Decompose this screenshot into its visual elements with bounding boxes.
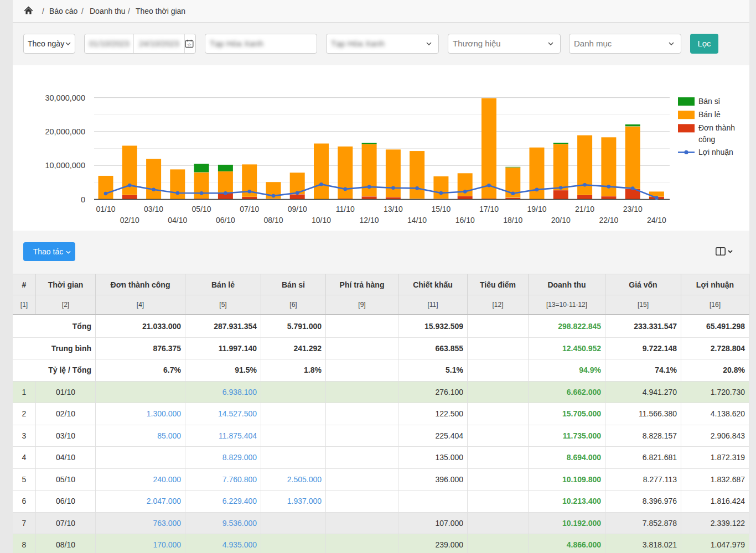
svg-text:Bán sỉ: Bán sỉ xyxy=(698,97,721,106)
svg-text:20/10: 20/10 xyxy=(551,216,571,225)
svg-text:Bán lẻ: Bán lẻ xyxy=(698,110,721,119)
svg-text:13/10: 13/10 xyxy=(384,205,403,213)
svg-text:11/10: 11/10 xyxy=(336,205,355,213)
svg-text:03/10: 03/10 xyxy=(144,205,163,213)
svg-text:05/10: 05/10 xyxy=(192,205,211,213)
svg-text:22/10: 22/10 xyxy=(599,216,618,225)
svg-text:02/10: 02/10 xyxy=(120,216,139,225)
svg-text:24/10: 24/10 xyxy=(647,216,666,225)
svg-text:20,000,000: 20,000,000 xyxy=(45,127,85,136)
svg-text:16/10: 16/10 xyxy=(455,216,475,225)
svg-text:09/10: 09/10 xyxy=(288,205,307,213)
svg-text:19/10: 19/10 xyxy=(527,205,546,213)
svg-text:14/10: 14/10 xyxy=(407,216,427,225)
svg-text:Lợi nhuận: Lợi nhuận xyxy=(698,148,733,156)
svg-text:04/10: 04/10 xyxy=(168,216,187,225)
svg-text:0: 0 xyxy=(81,195,85,204)
svg-text:21/10: 21/10 xyxy=(575,205,594,213)
svg-text:12/10: 12/10 xyxy=(360,216,379,225)
svg-text:06/10: 06/10 xyxy=(216,216,235,225)
svg-text:15/10: 15/10 xyxy=(431,205,451,213)
svg-text:Đơn thành: Đơn thành xyxy=(698,123,735,132)
svg-text:23/10: 23/10 xyxy=(623,205,643,213)
svg-text:10/10: 10/10 xyxy=(312,216,331,225)
svg-text:18/10: 18/10 xyxy=(503,216,522,225)
svg-text:☆: ☆ xyxy=(187,42,191,48)
svg-text:07/10: 07/10 xyxy=(240,205,259,213)
svg-text:10,000,000: 10,000,000 xyxy=(45,161,85,170)
svg-text:30,000,000: 30,000,000 xyxy=(45,93,85,102)
svg-text:01/10: 01/10 xyxy=(96,205,115,213)
svg-text:08/10: 08/10 xyxy=(263,216,283,225)
svg-text:công: công xyxy=(698,135,715,144)
svg-text:17/10: 17/10 xyxy=(479,205,499,213)
